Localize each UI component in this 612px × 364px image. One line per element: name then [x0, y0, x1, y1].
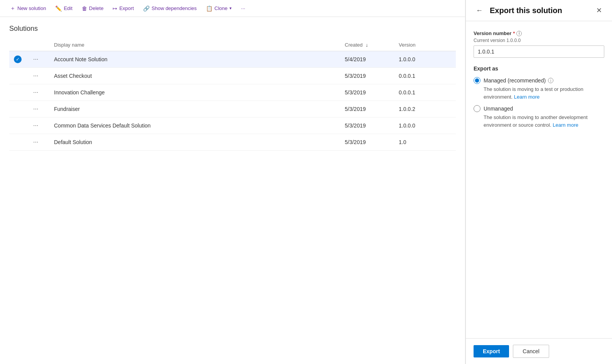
row-check	[9, 68, 26, 84]
current-version-label: Current version 1.0.0.0	[474, 38, 604, 43]
managed-option: Managed (recommended) i The solution is …	[474, 77, 604, 101]
clone-chevron-icon: ▾	[229, 6, 232, 11]
panel-footer: Export Cancel	[466, 338, 612, 364]
managed-info-icon[interactable]: i	[548, 78, 553, 83]
unmanaged-radio[interactable]	[474, 105, 480, 112]
row-actions: ···	[26, 134, 49, 151]
solutions-table: Display name Created ↓ Version ✓ ···	[9, 39, 456, 151]
row-created: 5/3/2019	[340, 134, 394, 151]
page-title: Solutions	[9, 25, 456, 33]
table-row[interactable]: ··· Common Data Services Default Solutio…	[9, 117, 456, 134]
row-more-button[interactable]: ···	[31, 72, 40, 80]
unmanaged-radio-row: Unmanaged	[474, 105, 604, 112]
edit-button[interactable]: ✏️ Edit	[51, 3, 76, 14]
row-created: 5/3/2019	[340, 117, 394, 134]
row-actions: ···	[26, 68, 49, 84]
table-header-check	[9, 39, 26, 51]
version-label: Version number * i	[474, 30, 604, 36]
row-more-button[interactable]: ···	[31, 138, 40, 146]
row-check	[9, 101, 26, 117]
managed-radio[interactable]	[474, 77, 480, 84]
export-icon: ↦	[113, 5, 117, 12]
right-panel: ← Export this solution ✕ Version number …	[465, 0, 612, 364]
row-created: 5/3/2019	[340, 101, 394, 117]
row-version: 1.0.0.0	[394, 117, 456, 134]
delete-icon: 🗑	[82, 5, 87, 12]
checkmark-icon: ✓	[14, 55, 22, 63]
panel-back-button[interactable]: ←	[474, 6, 485, 15]
table-row[interactable]: ··· Innovation Challenge 5/3/2019 0.0.0.…	[9, 84, 456, 101]
delete-button[interactable]: 🗑 Delete	[78, 3, 108, 14]
clone-icon: 📋	[206, 5, 212, 12]
managed-learn-more-link[interactable]: Learn more	[514, 94, 540, 100]
table-header-actions	[26, 39, 49, 51]
row-more-button[interactable]: ···	[31, 121, 40, 130]
row-check	[9, 84, 26, 101]
row-version: 0.0.0.1	[394, 84, 456, 101]
row-actions: ···	[26, 51, 49, 68]
more-button[interactable]: ···	[237, 3, 249, 13]
required-star: *	[513, 30, 515, 36]
left-panel: ＋ New solution ✏️ Edit 🗑 Delete ↦ Export…	[0, 0, 465, 364]
row-check	[9, 117, 26, 134]
clone-button[interactable]: 📋 Clone ▾	[202, 3, 236, 14]
table-row[interactable]: ··· Asset Checkout 5/3/2019 0.0.0.1	[9, 68, 456, 84]
row-version: 1.0.0.2	[394, 101, 456, 117]
row-name: Asset Checkout	[49, 68, 340, 84]
row-check: ✓	[9, 51, 26, 68]
row-actions: ···	[26, 117, 49, 134]
table-row[interactable]: ··· Fundraiser 5/3/2019 1.0.0.2	[9, 101, 456, 117]
panel-title: Export this solution	[490, 6, 589, 15]
row-created: 5/3/2019	[340, 84, 394, 101]
export-as-label: Export as	[474, 65, 604, 72]
export-button[interactable]: Export	[474, 345, 509, 357]
row-name: Account Note Solution	[49, 51, 340, 68]
row-actions: ···	[26, 84, 49, 101]
row-more-button[interactable]: ···	[31, 55, 40, 64]
unmanaged-learn-more-link[interactable]: Learn more	[553, 122, 578, 128]
table-header-version: Version	[394, 39, 456, 51]
row-name: Innovation Challenge	[49, 84, 340, 101]
row-name: Fundraiser	[49, 101, 340, 117]
row-more-button[interactable]: ···	[31, 105, 40, 113]
row-name: Default Solution	[49, 134, 340, 151]
row-version: 1.0.0.0	[394, 51, 456, 68]
version-input[interactable]	[474, 45, 604, 58]
plus-icon: ＋	[10, 5, 15, 12]
version-info-icon[interactable]: i	[516, 31, 522, 36]
row-version: 0.0.0.1	[394, 68, 456, 84]
unmanaged-option: Unmanaged The solution is moving to anot…	[474, 105, 604, 129]
row-more-button[interactable]: ···	[31, 88, 40, 97]
export-button-toolbar[interactable]: ↦ Export	[109, 3, 138, 14]
edit-icon: ✏️	[55, 5, 62, 12]
row-created: 5/3/2019	[340, 68, 394, 84]
dependencies-icon: 🔗	[143, 5, 150, 12]
table-header-created: Created ↓	[340, 39, 394, 51]
cancel-button[interactable]: Cancel	[513, 345, 549, 358]
main-content: Solutions Display name Created ↓ Version	[0, 17, 465, 364]
row-name: Common Data Services Default Solution	[49, 117, 340, 134]
panel-header: ← Export this solution ✕	[466, 0, 612, 21]
sort-icon: ↓	[366, 42, 368, 48]
unmanaged-label: Unmanaged	[484, 106, 513, 112]
export-as-group: Export as Managed (recommended) i The so…	[474, 65, 604, 129]
table-row[interactable]: ✓ ··· Account Note Solution 5/4/2019 1.0…	[9, 51, 456, 68]
new-solution-button[interactable]: ＋ New solution	[6, 3, 50, 14]
row-actions: ···	[26, 101, 49, 117]
panel-close-button[interactable]: ✕	[594, 5, 604, 15]
show-dependencies-button[interactable]: 🔗 Show dependencies	[139, 3, 201, 14]
row-created: 5/4/2019	[340, 51, 394, 68]
managed-radio-row: Managed (recommended) i	[474, 77, 604, 84]
unmanaged-desc: The solution is moving to another develo…	[484, 114, 604, 129]
panel-body: Version number * i Current version 1.0.0…	[466, 21, 612, 338]
table-header-display-name: Display name	[49, 39, 340, 51]
table-row[interactable]: ··· Default Solution 5/3/2019 1.0	[9, 134, 456, 151]
row-check	[9, 134, 26, 151]
row-version: 1.0	[394, 134, 456, 151]
managed-desc: The solution is moving to a test or prod…	[484, 86, 604, 101]
managed-label: Managed (recommended) i	[484, 77, 553, 84]
radio-group: Managed (recommended) i The solution is …	[474, 77, 604, 129]
table-body: ✓ ··· Account Note Solution 5/4/2019 1.0…	[9, 51, 456, 151]
version-number-group: Version number * i Current version 1.0.0…	[474, 30, 604, 58]
toolbar: ＋ New solution ✏️ Edit 🗑 Delete ↦ Export…	[0, 0, 465, 17]
